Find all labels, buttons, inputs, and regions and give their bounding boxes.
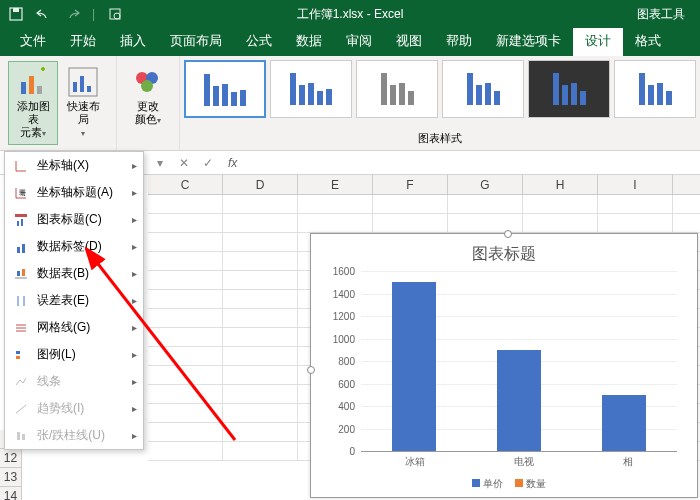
row-header[interactable]: 14 [0, 487, 22, 500]
chart-tools-title: 图表工具 [637, 6, 685, 23]
row-header[interactable]: 13 [0, 468, 22, 487]
resize-handle-left[interactable] [307, 366, 315, 374]
svg-rect-19 [22, 244, 25, 253]
col-header[interactable]: H [523, 175, 598, 194]
bar-3[interactable] [602, 395, 646, 451]
submenu-arrow-icon: ▸ [132, 214, 137, 225]
submenu-arrow-icon: ▸ [132, 430, 137, 441]
fx-icon[interactable]: fx [220, 156, 245, 170]
submenu-arrow-icon: ▸ [132, 295, 137, 306]
svg-point-3 [114, 13, 120, 19]
col-header[interactable]: I [598, 175, 673, 194]
quick-layout-button[interactable]: 快速布局▾ [58, 61, 108, 145]
save-icon[interactable] [8, 6, 24, 22]
chart-style-3[interactable] [356, 60, 438, 118]
chart-styles-gallery[interactable] [180, 56, 700, 122]
chart-style-1[interactable] [184, 60, 266, 118]
submenu-arrow-icon: ▸ [132, 160, 137, 171]
add-element-menu: 坐标轴(X)▸ 珊坐标轴标题(A)▸ 图表标题(C)▸ 数据标签(D)▸ 数据表… [4, 151, 144, 450]
menu-chart-title[interactable]: 图表标题(C)▸ [5, 206, 143, 233]
col-header[interactable]: E [298, 175, 373, 194]
svg-rect-21 [22, 269, 25, 276]
ribbon-group-colors: 更改 颜色▾ [117, 56, 180, 150]
svg-rect-20 [17, 271, 20, 276]
tab-newtab[interactable]: 新建选项卡 [484, 26, 573, 56]
svg-rect-6 [37, 86, 42, 94]
menu-axes[interactable]: 坐标轴(X)▸ [5, 152, 143, 179]
redo-icon[interactable] [64, 6, 80, 22]
updown-bars-icon [13, 428, 29, 444]
add-chart-element-button[interactable]: 添加图表 元素▾ [8, 61, 58, 145]
chart-style-4[interactable] [442, 60, 524, 118]
tab-formula[interactable]: 公式 [234, 26, 284, 56]
tab-design[interactable]: 设计 [573, 26, 623, 56]
tab-data[interactable]: 数据 [284, 26, 334, 56]
svg-rect-27 [17, 432, 20, 440]
svg-rect-5 [29, 76, 34, 94]
tab-file[interactable]: 文件 [8, 26, 58, 56]
menu-gridlines[interactable]: 网格线(G)▸ [5, 314, 143, 341]
submenu-arrow-icon: ▸ [132, 376, 137, 387]
tab-insert[interactable]: 插入 [108, 26, 158, 56]
chart-style-5[interactable] [528, 60, 610, 118]
change-colors-button[interactable]: 更改 颜色▾ [125, 61, 171, 132]
legend-icon [13, 347, 29, 363]
menu-axis-title[interactable]: 珊坐标轴标题(A)▸ [5, 179, 143, 206]
col-header[interactable]: F [373, 175, 448, 194]
tab-format[interactable]: 格式 [623, 26, 673, 56]
chart-title[interactable]: 图表标题 [311, 234, 697, 271]
tab-view[interactable]: 视图 [384, 26, 434, 56]
col-header[interactable]: D [223, 175, 298, 194]
svg-rect-9 [80, 76, 84, 92]
cancel-icon[interactable]: ✕ [172, 156, 196, 170]
menu-error-bars[interactable]: 误差表(E)▸ [5, 287, 143, 314]
svg-point-13 [141, 80, 153, 92]
tab-help[interactable]: 帮助 [434, 26, 484, 56]
menu-trendline: 趋势线(I)▸ [5, 395, 143, 422]
chart-style-2[interactable] [270, 60, 352, 118]
menu-legend[interactable]: 图例(L)▸ [5, 341, 143, 368]
tab-home[interactable]: 开始 [58, 26, 108, 56]
formula-bar-expand[interactable]: ▾ [148, 156, 172, 170]
tab-pagelayout[interactable]: 页面布局 [158, 26, 234, 56]
svg-rect-10 [87, 86, 91, 92]
quick-access-toolbar: | [8, 6, 123, 22]
svg-rect-8 [73, 82, 77, 92]
worksheet: C D E F G H I [148, 175, 700, 195]
bar-2[interactable] [497, 350, 541, 451]
x-axis-labels: 冰箱 电视 相 [361, 455, 677, 469]
svg-rect-18 [17, 247, 20, 253]
col-header[interactable]: C [148, 175, 223, 194]
tab-review[interactable]: 审阅 [334, 26, 384, 56]
svg-rect-16 [17, 221, 19, 226]
chart-bars [361, 271, 677, 451]
col-header[interactable]: G [448, 175, 523, 194]
resize-handle-top[interactable] [504, 230, 512, 238]
svg-rect-28 [22, 434, 25, 440]
chart-plot-area[interactable]: 1600 1400 1200 1000 800 600 400 200 0 [361, 271, 677, 451]
axes-icon [13, 158, 29, 174]
print-preview-icon[interactable] [107, 6, 123, 22]
embedded-chart[interactable]: 图表标题 1600 1400 1200 1000 800 600 400 200… [310, 233, 698, 498]
menu-updown-bars: 张/跌柱线(U)▸ [5, 422, 143, 449]
menu-data-table[interactable]: 数据表(B)▸ [5, 260, 143, 287]
svg-rect-4 [21, 82, 26, 94]
svg-text:珊: 珊 [19, 189, 26, 196]
svg-rect-1 [13, 8, 19, 12]
chart-styles-label: 图表样式 [180, 127, 700, 150]
data-table-icon [13, 266, 29, 282]
column-headers: C D E F G H I [148, 175, 700, 195]
chart-style-6[interactable] [614, 60, 696, 118]
menu-data-labels[interactable]: 数据标签(D)▸ [5, 233, 143, 260]
add-chart-element-label: 添加图表 元素▾ [15, 100, 51, 140]
chart-legend[interactable]: 单价 数量 [311, 477, 697, 491]
data-labels-icon [13, 239, 29, 255]
submenu-arrow-icon: ▸ [132, 322, 137, 333]
undo-icon[interactable] [36, 6, 52, 22]
submenu-arrow-icon: ▸ [132, 349, 137, 360]
ribbon: 添加图表 元素▾ 快速布局▾ 更改 颜色▾ 图表样式 [0, 56, 700, 151]
bar-1[interactable] [392, 282, 436, 451]
row-header[interactable]: 12 [0, 449, 22, 468]
chart-title-icon [13, 212, 29, 228]
confirm-icon[interactable]: ✓ [196, 156, 220, 170]
